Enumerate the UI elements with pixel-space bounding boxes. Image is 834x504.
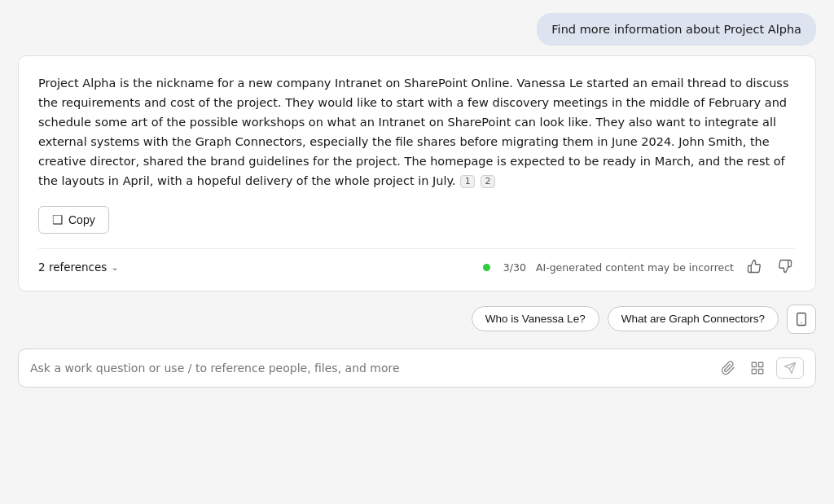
ai-status-count: 3/30 [503, 261, 526, 274]
send-button[interactable] [776, 357, 804, 379]
user-message-bubble: Find more information about Project Alph… [537, 13, 816, 46]
svg-rect-4 [759, 369, 763, 373]
footer-right: 3/30 AI-generated content may be incorre… [483, 257, 796, 278]
suggestions-row: Who is Vanessa Le? What are Graph Connec… [18, 305, 816, 334]
svg-rect-2 [752, 362, 756, 366]
chat-container: Find more information about Project Alph… [18, 13, 816, 388]
ai-disclaimer-text: AI-generated content may be incorrect [536, 261, 734, 274]
svg-rect-0 [797, 313, 806, 325]
suggestion-chip-1[interactable]: Who is Vanessa Le? [472, 306, 599, 331]
card-footer: 2 references ⌄ 3/30 AI-generated content… [38, 248, 796, 278]
grid-button[interactable] [747, 359, 768, 377]
svg-rect-5 [752, 369, 756, 373]
citation-badge-1[interactable]: 1 [460, 175, 475, 188]
input-bar [18, 348, 816, 388]
status-dot-icon [483, 264, 490, 271]
ai-response-card: Project Alpha is the nickname for a new … [18, 55, 816, 291]
references-label: 2 references [38, 261, 107, 274]
paperclip-button[interactable] [718, 359, 739, 377]
chat-input[interactable] [30, 362, 709, 375]
copy-button[interactable]: ❑ Copy [38, 206, 109, 234]
ai-response-text: Project Alpha is the nickname for a new … [38, 74, 796, 191]
chevron-down-icon: ⌄ [111, 262, 118, 273]
ai-body-text: Project Alpha is the nickname for a new … [38, 77, 788, 187]
copy-button-label: Copy [68, 213, 95, 226]
svg-rect-3 [759, 362, 763, 366]
references-toggle[interactable]: 2 references ⌄ [38, 261, 119, 274]
thumbs-down-button[interactable] [775, 257, 796, 278]
thumbs-up-button[interactable] [744, 257, 765, 278]
copy-icon: ❑ [52, 213, 63, 227]
mobile-icon-button[interactable] [787, 305, 816, 334]
user-message-text: Find more information about Project Alph… [551, 23, 801, 36]
citation-badge-2[interactable]: 2 [481, 175, 495, 188]
suggestion-chip-2[interactable]: What are Graph Connectors? [608, 306, 779, 331]
user-message-row: Find more information about Project Alph… [18, 13, 816, 46]
